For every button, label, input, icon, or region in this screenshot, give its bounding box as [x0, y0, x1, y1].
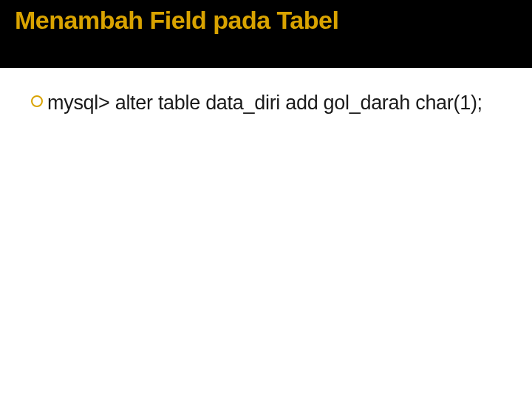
- slide-title: Menambah Field pada Tabel: [15, 6, 517, 35]
- list-item: mysql> alter table data_diri add gol_dar…: [30, 90, 502, 116]
- bullet-text: mysql> alter table data_diri add gol_dar…: [47, 90, 482, 116]
- bullet-circle-icon: [30, 94, 44, 109]
- slide-content: mysql> alter table data_diri add gol_dar…: [0, 68, 532, 116]
- title-bar: Menambah Field pada Tabel: [0, 0, 532, 68]
- svg-point-0: [32, 96, 42, 106]
